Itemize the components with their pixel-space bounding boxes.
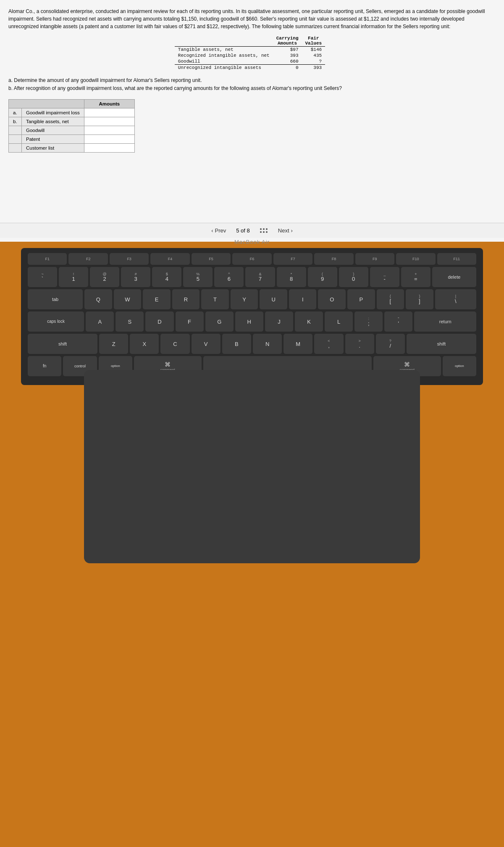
question-b: b. After recognition of any goodwill imp… [8,84,491,92]
key-l[interactable]: L [325,311,353,332]
key-option-right[interactable]: option [443,356,476,376]
key-2[interactable]: @2 [90,267,119,287]
key-r[interactable]: R [172,289,200,309]
key-c[interactable]: C [160,334,189,354]
key-f[interactable]: F [176,311,204,332]
next-button[interactable]: Next › [278,227,293,234]
trackpad[interactable] [84,370,420,563]
key-p[interactable]: P [347,289,375,309]
questions: a. Determine the amount of any goodwill … [8,77,491,92]
next-label: Next [278,227,289,234]
key-f8[interactable]: F8 [314,253,353,265]
key-e[interactable]: E [143,289,171,309]
answer-table: Amounts a. Goodwill impairment loss b. T… [8,99,135,153]
screen: Alomar Co., a consolidated enterprise, c… [0,0,504,242]
document-paragraph: Alomar Co., a consolidated enterprise, c… [8,8,491,30]
key-7[interactable]: &7 [245,267,275,287]
key-period[interactable]: >. [345,334,374,354]
key-f11[interactable]: F11 [437,253,476,265]
key-j[interactable]: J [265,311,293,332]
key-y[interactable]: Y [231,289,258,309]
key-comma[interactable]: <, [314,334,343,354]
key-equals[interactable]: += [401,267,430,287]
key-s[interactable]: S [116,311,144,332]
key-v[interactable]: V [192,334,220,354]
key-n[interactable]: N [253,334,282,354]
key-f3[interactable]: F3 [110,253,149,265]
key-return[interactable]: return [414,311,476,332]
key-f10[interactable]: F10 [396,253,435,265]
function-key-row: F1 F2 F3 F4 F5 F6 F7 F8 F9 F10 F11 [28,253,476,265]
key-h[interactable]: H [235,311,263,332]
prev-button[interactable]: ‹ Prev [211,227,226,234]
key-z[interactable]: Z [99,334,128,354]
key-1[interactable]: !1 [59,267,88,287]
key-f4[interactable]: F4 [150,253,189,265]
zxcv-key-row: shift Z X C V B N M <, >. ?/ shift [28,334,476,354]
key-f9[interactable]: F9 [355,253,394,265]
key-fn[interactable]: fn [28,356,61,376]
key-slash[interactable]: ?/ [376,334,405,354]
macbook-label: MacBook Air [234,239,270,245]
key-delete[interactable]: delete [432,267,476,287]
key-k[interactable]: K [295,311,323,332]
table-row: Customer list [9,144,135,153]
table-row: Patent [9,135,135,144]
asdf-key-row: caps lock A S D F G H J K L :; "' return [28,311,476,332]
key-tab[interactable]: tab [28,289,83,309]
key-bracket-left[interactable]: {[ [377,289,404,309]
financial-table: CarryingAmounts FairValues Tangible asse… [175,35,325,71]
navigation-bar: ‹ Prev 5 of 8 Next › [0,223,504,238]
laptop-body [0,572,504,847]
key-i[interactable]: I [289,289,317,309]
question-a: a. Determine the amount of any goodwill … [8,77,491,84]
key-t[interactable]: T [201,289,229,309]
key-backtick[interactable]: ~` [28,267,57,287]
key-quote[interactable]: "' [384,311,412,332]
key-g[interactable]: G [205,311,234,332]
key-a[interactable]: A [86,311,114,332]
key-3[interactable]: #3 [121,267,150,287]
key-d[interactable]: D [145,311,173,332]
key-f1[interactable]: F1 [28,253,67,265]
key-f5[interactable]: F5 [192,253,231,265]
key-x[interactable]: X [130,334,159,354]
table-row: a. Goodwill impairment loss [9,108,135,117]
chevron-left-icon: ‹ [211,227,213,234]
key-f2[interactable]: F2 [68,253,108,265]
answer-table-header: Amounts [84,100,134,108]
prev-label: Prev [215,227,226,234]
key-u[interactable]: U [260,289,287,309]
key-backslash[interactable]: |\ [435,289,476,309]
key-8[interactable]: *8 [277,267,306,287]
key-shift-left[interactable]: shift [28,334,97,354]
key-f7[interactable]: F7 [273,253,312,265]
key-5[interactable]: %5 [183,267,213,287]
key-b[interactable]: B [222,334,251,354]
number-key-row: ~` !1 @2 #3 $4 %5 ^6 &7 *8 (9 )0 _- += d… [28,267,476,287]
key-minus[interactable]: _- [370,267,399,287]
key-m[interactable]: M [284,334,312,354]
key-4[interactable]: $4 [152,267,181,287]
chevron-right-icon: › [291,227,293,234]
key-9[interactable]: (9 [308,267,337,287]
key-caps[interactable]: caps lock [28,311,84,332]
key-6[interactable]: ^6 [214,267,244,287]
key-bracket-right[interactable]: }] [406,289,433,309]
qwerty-key-row: tab Q W E R T Y U I O P {[ }] |\ [28,289,476,309]
keyboard: F1 F2 F3 F4 F5 F6 F7 F8 F9 F10 F11 ~` !1… [21,248,483,385]
key-w[interactable]: W [114,289,142,309]
key-f6[interactable]: F6 [232,253,271,265]
key-q[interactable]: Q [84,289,112,309]
key-o[interactable]: O [318,289,346,309]
grid-icon[interactable] [260,228,268,233]
table-row: b. Tangible assets, net [9,117,135,126]
key-semicolon[interactable]: :; [354,311,383,332]
page-info: 5 of 8 [236,227,250,234]
table-row: Goodwill [9,126,135,135]
key-0[interactable]: )0 [339,267,368,287]
key-shift-right[interactable]: shift [407,334,476,354]
